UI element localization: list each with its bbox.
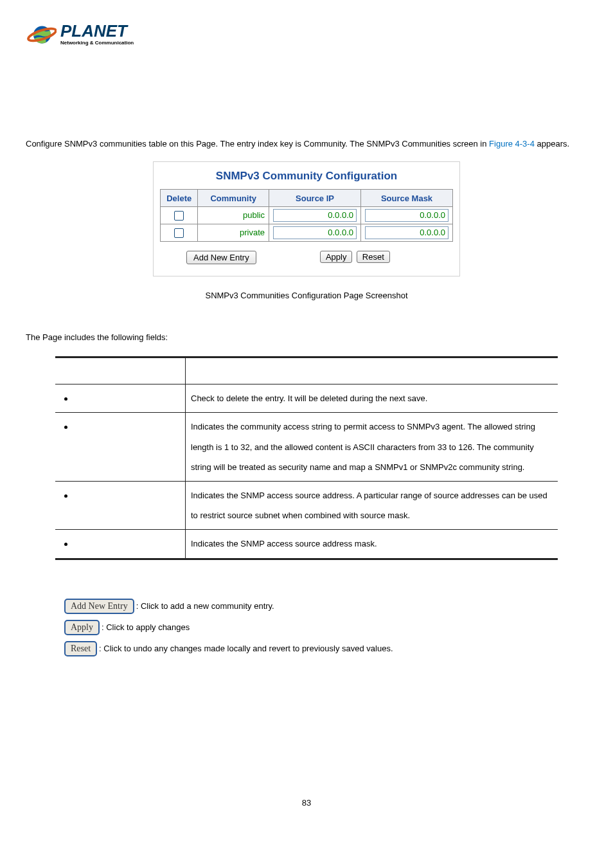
delete-checkbox[interactable] [174,228,184,238]
add-new-entry-help-button: Add New Entry [64,599,134,614]
field-description: Indicates the community access string to… [186,413,558,482]
bullet-icon [64,494,67,498]
field-description: Indicates the SNMP access source address… [186,530,558,559]
col-header-source-mask: Source Mask [361,190,453,207]
intro-paragraph: Configure SNMPv3 communities table on th… [26,134,587,154]
buttons-help-section: Add New Entry : Click to add a new commu… [64,599,587,656]
community-value: public [243,210,265,221]
col-header-source-ip: Source IP [269,190,361,207]
snmp-community-table: Delete Community Source IP Source Mask p… [160,189,453,242]
intro-pre: Configure SNMPv3 communities table on th… [26,139,489,149]
col-header-community: Community [198,190,269,207]
add-new-entry-button[interactable]: Add New Entry [186,251,256,264]
reset-help-text: : Click to undo any changes made locally… [99,644,393,653]
fields-intro-text: The Page includes the following fields: [26,332,587,342]
brand-name: PLANET [60,24,134,39]
table-row: private 0.0.0.0 0.0.0.0 [161,224,453,242]
header-object [55,357,186,384]
field-description: Check to delete the entry. It will be de… [186,384,558,413]
source-mask-input[interactable]: 0.0.0.0 [365,209,449,222]
table-row: Check to delete the entry. It will be de… [55,384,558,413]
fields-description-table: Check to delete the entry. It will be de… [55,356,558,559]
table-row: public 0.0.0.0 0.0.0.0 [161,207,453,224]
add-new-entry-help-text: : Click to add a new community entry. [136,601,274,611]
bullet-icon [64,543,67,546]
col-header-delete: Delete [161,190,198,207]
apply-help-text: : Click to apply changes [102,622,190,632]
apply-help-button: Apply [64,620,100,635]
intro-post: appears. [535,139,569,149]
screenshot-caption: SNMPv3 Communities Configuration Page Sc… [26,291,587,300]
community-value: private [240,227,265,239]
page-number: 83 [26,798,587,808]
source-ip-input[interactable]: 0.0.0.0 [273,226,357,239]
table-row: Indicates the SNMP access source address… [55,530,558,559]
config-title: SNMPv3 Community Configuration [160,170,453,183]
brand-logo: PLANET Networking & Communication [26,19,587,50]
planet-globe-icon [26,19,57,50]
table-row: Indicates the community access string to… [55,413,558,482]
figure-reference: Figure 4-3-4 [489,139,535,149]
bullet-icon [64,426,67,429]
reset-help-button: Reset [64,641,97,656]
source-ip-input[interactable]: 0.0.0.0 [273,209,357,222]
field-description: Indicates the SNMP access source address… [186,481,558,529]
reset-button[interactable]: Reset [357,251,390,263]
header-description [186,357,558,384]
config-screenshot-panel: SNMPv3 Community Configuration Delete Co… [153,161,460,276]
brand-tagline: Networking & Communication [60,40,134,46]
apply-button[interactable]: Apply [320,251,353,263]
bullet-icon [64,397,67,401]
table-row: Indicates the SNMP access source address… [55,481,558,529]
brand-text: PLANET Networking & Communication [60,24,134,45]
source-mask-input[interactable]: 0.0.0.0 [365,226,449,239]
table-header-row [55,357,558,384]
delete-checkbox[interactable] [174,211,184,221]
